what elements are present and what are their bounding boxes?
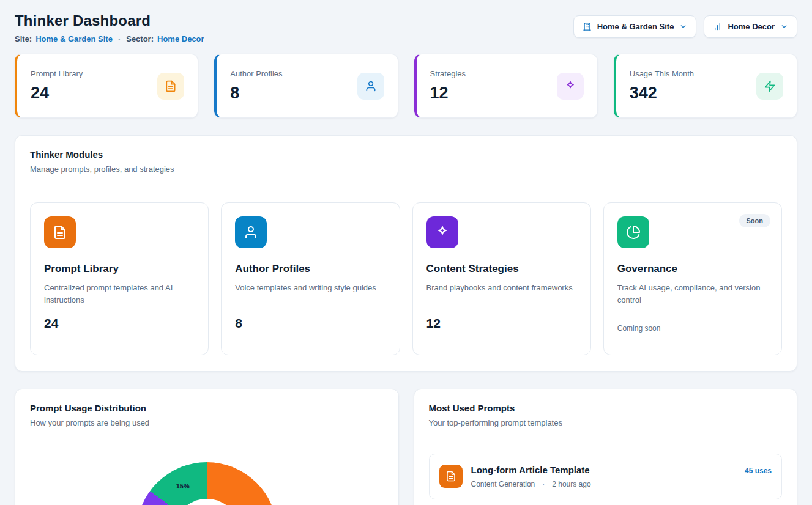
meta-separator: · <box>542 480 545 488</box>
prompt-item-category: Content Generation <box>471 480 535 488</box>
prompt-item-main: Long-form Article Template Content Gener… <box>471 465 736 488</box>
breadcrumb-separator: · <box>118 34 121 43</box>
stat-label: Author Profiles <box>230 69 282 78</box>
bolt-icon <box>756 73 783 100</box>
prompt-item-title: Long-form Article Template <box>471 465 736 475</box>
stats-row: Prompt Library 24 Author Profiles 8 Stra… <box>15 54 797 118</box>
site-selector-label: Home & Garden Site <box>597 22 674 31</box>
modules-subtitle: Manage prompts, profiles, and strategies <box>30 164 782 174</box>
modules-title: Thinker Modules <box>30 149 782 160</box>
module-title: Content Strategies <box>426 263 577 275</box>
sector-selector-dropdown[interactable]: Home Decor <box>704 15 797 38</box>
site-selector-dropdown[interactable]: Home & Garden Site <box>573 15 697 38</box>
sparkle-icon <box>426 216 458 248</box>
bottom-row: Prompt Usage Distribution How your promp… <box>15 389 797 505</box>
module-description: Centralized prompt templates and AI inst… <box>44 282 195 306</box>
module-description: Brand playbooks and content frameworks <box>426 282 577 306</box>
module-title: Prompt Library <box>44 263 195 275</box>
most-used-list: Long-form Article Template Content Gener… <box>414 440 797 505</box>
most-used-prompts-panel: Most Used Prompts Your top-performing pr… <box>414 389 798 505</box>
stat-value: 342 <box>630 84 694 103</box>
module-count: 12 <box>426 316 577 331</box>
most-used-panel-header: Most Used Prompts Your top-performing pr… <box>414 389 797 440</box>
building-icon <box>583 22 592 31</box>
user-icon <box>235 216 267 248</box>
pie-chart-icon <box>617 216 649 248</box>
document-icon <box>439 465 463 488</box>
module-card-content-strategies[interactable]: Content Strategies Brand playbooks and c… <box>412 202 591 355</box>
prompt-item-meta: Content Generation · 2 hours ago <box>471 480 736 488</box>
bar-chart-icon <box>713 22 722 31</box>
stat-card-usage: Usage This Month 342 <box>614 54 797 118</box>
chevron-down-icon <box>679 23 687 31</box>
usage-distribution-panel: Prompt Usage Distribution How your promp… <box>15 389 399 505</box>
sparkle-icon <box>557 73 584 100</box>
most-used-title: Most Used Prompts <box>429 403 783 413</box>
dashboard-page: Thinker Dashboard Site: Home & Garden Si… <box>0 0 812 505</box>
prompt-item-uses: 45 uses <box>745 466 772 475</box>
heading-block: Thinker Dashboard Site: Home & Garden Si… <box>15 12 204 43</box>
site-link[interactable]: Home & Garden Site <box>35 34 113 43</box>
modules-grid: Prompt Library Centralized prompt templa… <box>15 186 797 371</box>
document-icon <box>44 216 76 248</box>
sector-selector-label: Home Decor <box>728 22 775 31</box>
module-count: 8 <box>235 316 386 331</box>
stat-card-strategies: Strategies 12 <box>414 54 598 118</box>
soon-badge: Soon <box>739 214 771 227</box>
module-card-governance[interactable]: Soon Governance Track AI usage, complian… <box>603 202 782 355</box>
stat-card-author-profiles: Author Profiles 8 <box>214 54 398 118</box>
most-used-subtitle: Your top-performing prompt templates <box>429 418 783 427</box>
module-title: Author Profiles <box>235 263 386 275</box>
stat-label: Prompt Library <box>31 69 83 78</box>
stat-label: Strategies <box>430 69 466 78</box>
sector-label: Sector: <box>126 34 154 43</box>
sector-link[interactable]: Home Decor <box>157 34 204 43</box>
stat-info: Author Profiles 8 <box>230 69 282 103</box>
top-bar: Thinker Dashboard Site: Home & Garden Si… <box>15 12 797 43</box>
site-label: Site: <box>15 34 32 43</box>
modules-panel: Thinker Modules Manage prompts, profiles… <box>15 135 797 372</box>
document-icon <box>157 73 184 100</box>
stat-value: 12 <box>430 84 466 103</box>
module-count: 24 <box>44 316 195 331</box>
breadcrumb: Site: Home & Garden Site · Sector: Home … <box>15 34 204 43</box>
donut-chart-area: 15% <box>15 440 398 505</box>
usage-donut: 15% <box>136 462 277 505</box>
module-description: Voice templates and writing style guides <box>235 282 386 306</box>
donut-segment-label: 15% <box>176 482 190 490</box>
module-card-prompt-library[interactable]: Prompt Library Centralized prompt templa… <box>30 202 209 355</box>
usage-panel-header: Prompt Usage Distribution How your promp… <box>15 389 398 440</box>
prompt-item-time: 2 hours ago <box>552 480 590 488</box>
stat-value: 24 <box>31 84 83 103</box>
stat-card-prompt-library: Prompt Library 24 <box>15 54 198 118</box>
top-actions: Home & Garden Site Home Decor <box>573 12 797 38</box>
stat-info: Strategies 12 <box>430 69 466 103</box>
stat-info: Prompt Library 24 <box>31 69 83 103</box>
stat-label: Usage This Month <box>630 69 694 78</box>
usage-panel-subtitle: How your prompts are being used <box>30 418 384 427</box>
stat-info: Usage This Month 342 <box>630 69 694 103</box>
module-description: Track AI usage, compliance, and version … <box>617 282 768 306</box>
module-footnote: Coming soon <box>617 315 768 333</box>
stat-value: 8 <box>230 84 282 103</box>
prompt-list-item[interactable]: Long-form Article Template Content Gener… <box>429 454 783 499</box>
page-title: Thinker Dashboard <box>15 12 204 29</box>
modules-panel-header: Thinker Modules Manage prompts, profiles… <box>15 136 797 186</box>
module-title: Governance <box>617 263 768 275</box>
user-icon <box>357 73 384 100</box>
module-card-author-profiles[interactable]: Author Profiles Voice templates and writ… <box>221 202 400 355</box>
usage-panel-title: Prompt Usage Distribution <box>30 403 384 413</box>
chevron-down-icon <box>780 23 788 31</box>
